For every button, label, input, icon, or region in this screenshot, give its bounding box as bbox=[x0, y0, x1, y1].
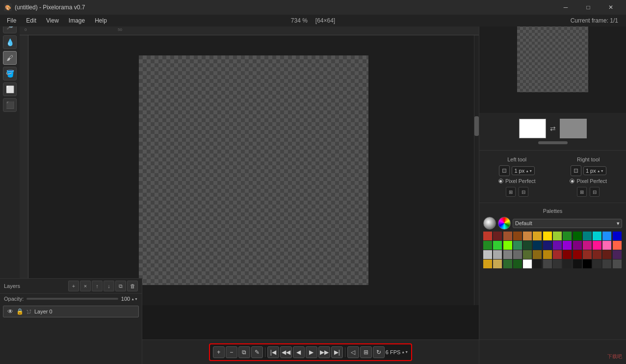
scrollbar-thumb[interactable] bbox=[474, 116, 479, 136]
color-cell[interactable] bbox=[533, 250, 542, 259]
color-cell[interactable] bbox=[583, 260, 592, 268]
right-icon-1[interactable]: ⊞ bbox=[577, 187, 587, 197]
color-cell[interactable] bbox=[533, 241, 542, 250]
add-layer-button[interactable]: + bbox=[68, 281, 79, 291]
color-cell[interactable] bbox=[613, 241, 622, 250]
color-cell[interactable] bbox=[543, 250, 552, 259]
color-cell[interactable] bbox=[493, 250, 502, 259]
color-cell[interactable] bbox=[493, 260, 502, 268]
color-cell[interactable] bbox=[553, 241, 562, 250]
color-cell[interactable] bbox=[573, 241, 582, 250]
canvas-scrollbar-vertical[interactable] bbox=[474, 35, 479, 305]
select-tool-button[interactable]: ⬛ bbox=[3, 98, 17, 112]
color-cell[interactable] bbox=[533, 260, 542, 268]
layer-item[interactable]: 👁 🔒 ⤵⤴ Layer 0 bbox=[3, 306, 139, 317]
left-icon-2[interactable]: ⊟ bbox=[519, 187, 528, 197]
menu-view[interactable]: View bbox=[41, 16, 64, 25]
color-cell[interactable] bbox=[483, 250, 492, 259]
color-cell[interactable] bbox=[602, 260, 611, 268]
left-px-spinner[interactable]: ▲▼ bbox=[525, 169, 532, 173]
move-layer-down-button[interactable]: ↓ bbox=[104, 281, 114, 291]
delete-layer-button[interactable]: 🗑 bbox=[127, 281, 138, 291]
color-cell[interactable] bbox=[593, 232, 601, 240]
prev-frame-button[interactable]: ◀◀ bbox=[280, 346, 292, 358]
palette-wheel-button[interactable] bbox=[498, 217, 511, 230]
opacity-spinner[interactable]: ▲▼ bbox=[131, 297, 138, 301]
eyedropper-tool-button[interactable]: 💧 bbox=[3, 35, 17, 49]
opacity-slider[interactable] bbox=[26, 298, 118, 300]
menu-help[interactable]: Help bbox=[90, 16, 112, 25]
color-cell[interactable] bbox=[602, 250, 611, 259]
pixel-canvas[interactable] bbox=[139, 55, 368, 285]
color-cell[interactable] bbox=[513, 241, 522, 250]
left-brush-icon[interactable] bbox=[499, 165, 510, 176]
right-pixel-perfect-radio[interactable] bbox=[570, 179, 574, 183]
minimize-button[interactable]: ─ bbox=[554, 0, 577, 15]
frame-remove-button[interactable]: − bbox=[226, 346, 237, 358]
fill-tool-button[interactable]: 🪣 bbox=[3, 67, 17, 80]
layer-visibility-icon[interactable]: 👁 bbox=[7, 308, 13, 315]
color-wheel-button[interactable] bbox=[483, 217, 496, 230]
color-cell[interactable] bbox=[503, 260, 512, 268]
color-cell[interactable] bbox=[483, 260, 492, 268]
canvas-area[interactable] bbox=[28, 35, 479, 305]
color-cell[interactable] bbox=[523, 241, 532, 250]
color-cell[interactable] bbox=[503, 241, 512, 250]
color-cell[interactable] bbox=[563, 232, 572, 240]
frame-paint-button[interactable]: ✎ bbox=[251, 346, 263, 358]
color-cell[interactable] bbox=[503, 232, 512, 240]
frame-add-button[interactable]: + bbox=[213, 346, 225, 358]
color-cell[interactable] bbox=[543, 260, 552, 268]
go-first-frame-button[interactable]: |◀ bbox=[267, 346, 279, 358]
grid-toggle-button[interactable]: ⊞ bbox=[360, 346, 372, 358]
color-cell[interactable] bbox=[503, 250, 512, 259]
color-cell[interactable] bbox=[523, 232, 532, 240]
right-color-swatch[interactable] bbox=[560, 119, 587, 138]
color-cell[interactable] bbox=[513, 232, 522, 240]
maximize-button[interactable]: □ bbox=[577, 0, 600, 15]
left-color-swatch[interactable] bbox=[519, 119, 546, 138]
color-cell[interactable] bbox=[602, 232, 611, 240]
step-back-button[interactable]: ◀ bbox=[293, 346, 305, 358]
close-button[interactable]: ✕ bbox=[600, 0, 622, 15]
color-cell[interactable] bbox=[493, 241, 502, 250]
color-cell[interactable] bbox=[493, 232, 502, 240]
right-brush-icon[interactable] bbox=[571, 165, 581, 176]
color-cell[interactable] bbox=[563, 260, 572, 268]
color-cell[interactable] bbox=[593, 241, 601, 250]
sound-toggle-button[interactable]: ◁ bbox=[347, 346, 359, 358]
color-cell[interactable] bbox=[573, 232, 582, 240]
color-cell[interactable] bbox=[613, 260, 622, 268]
color-cell[interactable] bbox=[593, 260, 601, 268]
color-cell[interactable] bbox=[543, 241, 552, 250]
eraser-tool-button[interactable]: ⬜ bbox=[3, 82, 17, 96]
layer-lock-icon[interactable]: 🔒 bbox=[16, 308, 24, 315]
layer-merge-icon[interactable]: ⤵⤴ bbox=[26, 309, 31, 314]
play-button[interactable]: ▶ bbox=[306, 346, 317, 358]
color-cell[interactable] bbox=[573, 250, 582, 259]
fps-spinner[interactable]: ▲▼ bbox=[401, 350, 408, 354]
color-cell[interactable] bbox=[543, 232, 552, 240]
move-layer-up-button[interactable]: ↑ bbox=[92, 281, 103, 291]
right-icon-2[interactable]: ⊟ bbox=[590, 187, 600, 197]
color-cell[interactable] bbox=[513, 260, 522, 268]
color-cell[interactable] bbox=[602, 241, 611, 250]
color-cell[interactable] bbox=[483, 241, 492, 250]
palette-dropdown[interactable]: Default ▾ bbox=[513, 219, 622, 228]
color-cell[interactable] bbox=[483, 232, 492, 240]
color-cell[interactable] bbox=[613, 250, 622, 259]
color-slider[interactable] bbox=[538, 141, 568, 144]
color-cell[interactable] bbox=[573, 260, 582, 268]
copy-layer-button[interactable]: ⧉ bbox=[115, 281, 126, 291]
color-cell[interactable] bbox=[553, 250, 562, 259]
menu-file[interactable]: File bbox=[2, 16, 21, 25]
left-icon-1[interactable]: ⊞ bbox=[506, 187, 516, 197]
swap-colors-button[interactable]: ⇄ bbox=[550, 125, 556, 132]
color-cell[interactable] bbox=[523, 260, 532, 268]
color-cell[interactable] bbox=[563, 250, 572, 259]
menu-edit[interactable]: Edit bbox=[21, 16, 41, 25]
color-cell[interactable] bbox=[513, 250, 522, 259]
remove-layer-button[interactable]: × bbox=[80, 281, 91, 291]
step-forward-button[interactable]: ▶▶ bbox=[318, 346, 330, 358]
color-cell[interactable] bbox=[583, 250, 592, 259]
